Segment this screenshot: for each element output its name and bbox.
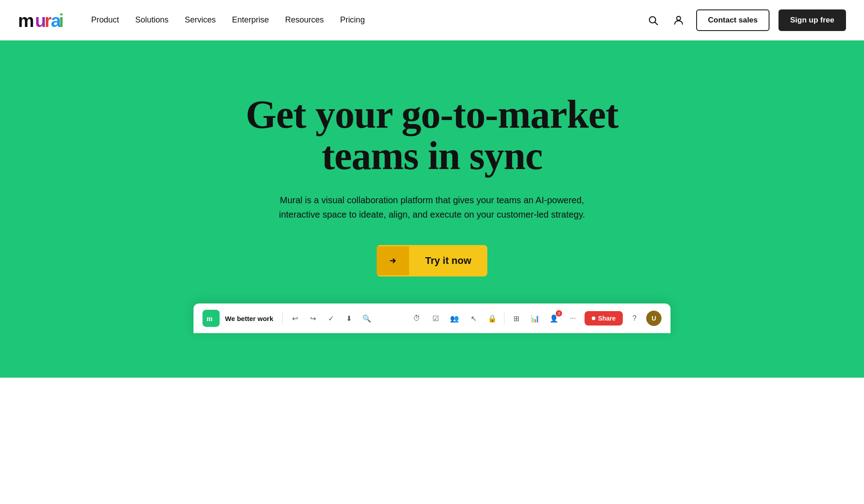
svg-text:m: m xyxy=(207,315,213,322)
cursor-icon[interactable]: ↖ xyxy=(466,311,481,326)
user-icon xyxy=(673,14,684,26)
task-icon[interactable]: ☑ xyxy=(428,311,443,326)
toolbar-separator xyxy=(282,312,283,325)
navbar: m u r a i Product Solutions Services Ent… xyxy=(0,0,864,40)
share-dot xyxy=(592,317,595,320)
people-icon[interactable]: 👥 xyxy=(447,311,462,326)
svg-point-7 xyxy=(677,16,681,20)
nav-product[interactable]: Product xyxy=(91,15,119,25)
svg-text:i: i xyxy=(59,10,64,30)
grid-icon[interactable]: ⊞ xyxy=(509,311,523,326)
share-button[interactable]: Share xyxy=(585,311,623,326)
toolbar-title: We better work xyxy=(225,315,273,322)
nav-links: Product Solutions Services Enterprise Re… xyxy=(91,15,645,25)
search-toolbar-icon[interactable]: 🔍 xyxy=(360,312,374,325)
checkmark-icon[interactable]: ✓ xyxy=(324,312,338,325)
undo-icon[interactable]: ↩ xyxy=(288,312,302,325)
nav-pricing[interactable]: Pricing xyxy=(340,15,365,25)
hero-title: Get your go-to-market teams in sync xyxy=(230,94,634,177)
cta-label: Try it now xyxy=(409,245,488,277)
nav-actions: Contact sales Sign up free xyxy=(645,9,846,31)
svg-text:m: m xyxy=(18,10,34,30)
redo-icon[interactable]: ↪ xyxy=(306,312,320,325)
search-icon xyxy=(648,15,658,26)
hero-section: Get your go-to-market teams in sync Mura… xyxy=(0,40,864,378)
hero-subtitle: Mural is a visual collaboration platform… xyxy=(279,193,585,222)
nav-resources[interactable]: Resources xyxy=(285,15,324,25)
nav-services[interactable]: Services xyxy=(185,15,216,25)
toolbar-logo: m xyxy=(202,310,220,327)
toolbar-right: ⏱ ☑ 👥 ↖ 🔒 ⊞ 📊 👤 3 ··· Share ? U xyxy=(410,311,662,326)
chart-icon[interactable]: 📊 xyxy=(528,311,542,326)
search-button[interactable] xyxy=(645,12,661,28)
lock-icon[interactable]: 🔒 xyxy=(485,311,500,326)
contact-sales-button[interactable]: Contact sales xyxy=(696,9,770,31)
logo[interactable]: m u r a i xyxy=(18,10,69,30)
timer-icon[interactable]: ⏱ xyxy=(410,311,424,326)
nav-solutions[interactable]: Solutions xyxy=(135,15,168,25)
help-icon[interactable]: ? xyxy=(627,311,642,326)
signup-button[interactable]: Sign up free xyxy=(778,9,846,31)
user-avatar[interactable]: U xyxy=(646,311,662,326)
users-icon[interactable]: 👤 3 xyxy=(547,311,561,326)
svg-line-6 xyxy=(655,22,658,25)
more-icon[interactable]: ··· xyxy=(566,311,580,326)
account-button[interactable] xyxy=(670,12,687,29)
cta-arrow-icon xyxy=(377,246,409,275)
download-icon[interactable]: ⬇ xyxy=(342,312,356,325)
toolbar-preview: m We better work ↩ ↪ ✓ ⬇ 🔍 ⏱ ☑ 👥 ↖ 🔒 ⊞ 📊… xyxy=(194,303,670,333)
share-label: Share xyxy=(598,315,616,322)
try-it-now-button[interactable]: Try it now xyxy=(377,245,488,277)
toolbar-left-icons: ↩ ↪ ✓ ⬇ 🔍 xyxy=(288,312,374,325)
nav-enterprise[interactable]: Enterprise xyxy=(232,15,269,25)
toolbar-separator-2 xyxy=(504,312,504,325)
